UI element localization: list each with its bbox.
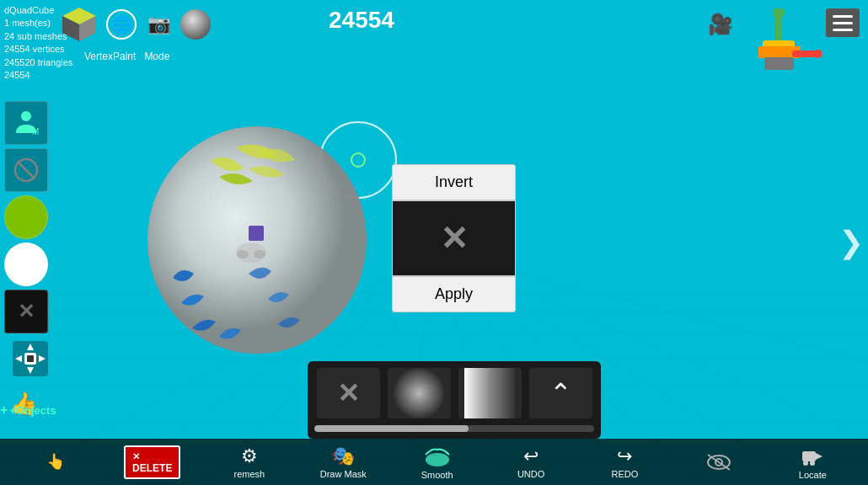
- undo-label: UNDO: [517, 469, 544, 479]
- counter-display: 24554: [329, 7, 394, 34]
- right-arrow[interactable]: ❯: [839, 225, 864, 260]
- svg-rect-29: [764, 57, 794, 70]
- redo-icon: ↪: [617, 445, 632, 467]
- x-mark-icon: ✕: [440, 219, 469, 258]
- svg-point-24: [773, 8, 785, 19]
- invert-apply-panel: Invert ✕ Apply: [392, 164, 516, 312]
- svg-marker-52: [816, 453, 822, 460]
- brush-fuzzy-btn[interactable]: [388, 368, 451, 418]
- svg-point-54: [810, 461, 815, 466]
- svg-point-53: [803, 461, 808, 466]
- svg-point-30: [21, 111, 31, 121]
- undo-tool[interactable]: ↩ UNDO: [506, 445, 556, 479]
- bottom-toolbar: 👆 ✕ DELETE ⚙ remesh 🎭 Draw Mask Smooth ↩…: [0, 439, 868, 485]
- hide-show-tool[interactable]: [694, 452, 744, 472]
- remesh-tool[interactable]: ⚙ remesh: [224, 445, 275, 479]
- camera-icon[interactable]: 📷: [143, 9, 174, 40]
- delete-label: DELETE: [132, 462, 172, 474]
- chevron-up-icon: ⌃: [549, 377, 572, 409]
- smooth-icon: [424, 445, 451, 468]
- svg-rect-27: [792, 51, 817, 57]
- apply-button[interactable]: Apply: [392, 276, 516, 312]
- objects-label: +Objects: [9, 404, 56, 417]
- globe-icon[interactable]: 🌐: [106, 9, 137, 40]
- draw-mask-label: Draw Mask: [320, 469, 367, 479]
- video-camera-icon[interactable]: 🎥: [708, 13, 733, 36]
- counter-value: 24554: [329, 7, 394, 33]
- brush-options-bar: ✕ ⌃: [308, 361, 601, 439]
- locate-label: Locate: [799, 470, 827, 480]
- brush-x-btn[interactable]: ✕: [317, 368, 380, 418]
- svg-text:M: M: [32, 127, 39, 136]
- svg-line-33: [18, 162, 35, 179]
- locate-icon: [801, 445, 824, 468]
- mesh-id: 24554: [4, 69, 72, 82]
- svg-point-46: [254, 250, 265, 258]
- brush-options-row: ✕ ⌃: [314, 368, 594, 418]
- svg-rect-40: [27, 355, 34, 362]
- sphere-preview: [180, 9, 211, 40]
- remesh-label: remesh: [234, 469, 265, 479]
- eye-slash-icon: [705, 452, 732, 472]
- hamburger-line: [833, 22, 853, 24]
- green-circle-tool[interactable]: [4, 195, 48, 239]
- axis-indicator: [737, 8, 822, 76]
- smooth-label: Smooth: [421, 470, 453, 480]
- brush-chevron-btn[interactable]: ⌃: [529, 368, 592, 418]
- brush-progress-bar[interactable]: [314, 425, 594, 432]
- white-circle-tool[interactable]: [4, 242, 48, 286]
- draw-mask-icon: 🎭: [332, 445, 355, 467]
- hamburger-menu[interactable]: [826, 8, 860, 37]
- svg-point-47: [426, 453, 449, 466]
- redo-label: REDO: [612, 469, 639, 479]
- invert-button[interactable]: Invert: [392, 164, 516, 200]
- top-icon-bar: 🌐 📷: [59, 4, 211, 45]
- mask-preview: ✕: [392, 200, 516, 276]
- delete-tool[interactable]: ✕ DELETE: [124, 445, 180, 479]
- locate-tool[interactable]: Locate: [787, 445, 838, 480]
- svg-rect-43: [249, 226, 264, 241]
- black-x-tool[interactable]: ✕: [4, 290, 48, 333]
- svg-point-45: [237, 250, 249, 258]
- avatar-tool-btn[interactable]: M: [4, 101, 48, 145]
- triangles-count: 245520 triangles: [4, 56, 72, 69]
- slash-tool-btn[interactable]: [4, 148, 48, 192]
- 3d-model: [126, 109, 396, 362]
- delete-button[interactable]: ✕ DELETE: [124, 445, 180, 479]
- draw-mask-tool[interactable]: 🎭 Draw Mask: [318, 445, 368, 479]
- brush-progress-fill: [314, 425, 469, 432]
- vertex-mode-labels: VertexPaint Mode: [84, 51, 169, 62]
- vertices-count: 24554 vertices: [4, 43, 72, 56]
- hamburger-line: [833, 15, 853, 18]
- finger-tool[interactable]: 👆: [30, 452, 81, 472]
- remesh-icon: ⚙: [241, 445, 258, 467]
- left-toolbar: M ✕: [4, 101, 48, 333]
- fuzzy-brush-preview: [394, 368, 444, 418]
- move-tool[interactable]: [8, 337, 52, 384]
- apply-label: Apply: [435, 285, 473, 302]
- objects-button[interactable]: + +Objects: [0, 402, 56, 418]
- hamburger-line: [833, 29, 853, 31]
- gradient-brush-preview: [464, 368, 515, 418]
- cube-icon[interactable]: [59, 4, 99, 45]
- vertex-paint-label: VertexPaint: [84, 51, 136, 62]
- redo-tool[interactable]: ↪ REDO: [599, 445, 650, 479]
- brush-gradient-btn[interactable]: [458, 368, 522, 418]
- smooth-tool[interactable]: Smooth: [412, 445, 463, 480]
- invert-label: Invert: [435, 173, 473, 190]
- mode-label: Mode: [144, 51, 169, 62]
- undo-icon: ↩: [523, 445, 538, 467]
- svg-rect-51: [802, 451, 816, 461]
